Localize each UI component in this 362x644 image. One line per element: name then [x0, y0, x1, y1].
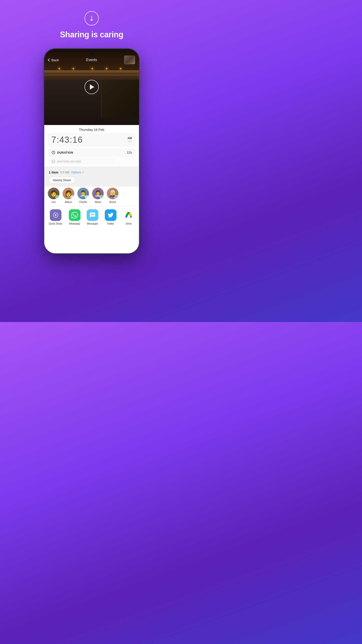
avatar-aimee: 👩‍🦳 [107, 188, 118, 199]
messages-icon-svg [89, 212, 96, 218]
headline: Sharing is caring [60, 30, 123, 39]
beam-2 [44, 73, 139, 76]
contact-name-aimee: Aimee [109, 200, 116, 203]
ceiling-light-1 [58, 68, 60, 69]
duration-row: DURATION 12s [48, 148, 135, 157]
bar-area [101, 80, 139, 118]
phone-content: Back Events [44, 49, 139, 253]
phone-wrapper: Back Events [43, 48, 140, 254]
motion-label: MOTION SCORE [57, 160, 81, 163]
nav-bar: Back Events [44, 56, 139, 64]
whatsapp-icon-aimee [115, 196, 117, 198]
app-whatsapp[interactable]: Whatsapp [69, 209, 80, 225]
clock-icon [51, 150, 55, 154]
nav-thumb-inner [124, 56, 135, 64]
time-display: 7:43:16 [51, 135, 83, 145]
app-drive[interactable]: Drive [123, 209, 134, 225]
phone-frame: Back Events [43, 48, 140, 254]
motion-row: MOTION SCORE [48, 158, 135, 165]
whatsapp-icon-maria [100, 196, 103, 198]
ampm-stack: AM PM [128, 137, 132, 143]
top-section: Sharing is caring [60, 0, 123, 39]
ceiling-light-4 [106, 68, 107, 69]
contact-name-allison: Allison [65, 200, 72, 203]
drive-icon-svg [125, 212, 132, 218]
share-sheet: 1 item 5.3 MB Options > Nearby Share [44, 166, 139, 186]
share-count: 1 item [49, 170, 58, 174]
contact-allison[interactable]: 👩 Allison [62, 188, 74, 203]
details-section: Thursday 16 Feb 7:43:16 AM PM DURATI [44, 125, 139, 253]
nearby-share-button[interactable]: Nearby Share [49, 176, 75, 184]
svg-marker-3 [55, 214, 56, 216]
contact-maria[interactable]: 👩‍💼 Maria [92, 188, 104, 203]
whatsapp-icon-svg [71, 212, 78, 218]
motion-left: MOTION SCORE [51, 160, 81, 164]
duration-left: DURATION [51, 150, 73, 154]
whatsapp-icon [69, 209, 80, 221]
badge-messages-charlie [85, 195, 89, 199]
download-icon [88, 15, 95, 22]
app-quickshare[interactable]: Quick Share [49, 209, 62, 225]
pm-label: PM [128, 140, 132, 143]
contacts-row: 🧑 Leo 👩 [44, 186, 139, 206]
quickshare-icon-svg [52, 212, 59, 218]
contact-leo[interactable]: 🧑 Leo [48, 188, 59, 203]
drive-icon [123, 209, 134, 221]
contact-charlie[interactable]: 👨‍💼 Charlie [77, 188, 89, 203]
messages-icon-charlie [86, 196, 88, 198]
contact-name-leo: Leo [52, 200, 56, 203]
back-button[interactable]: Back [48, 58, 59, 62]
nav-thumbnail[interactable] [124, 56, 135, 64]
video-section: Back Events [44, 49, 139, 125]
date-display: Thursday 16 Feb [44, 125, 139, 133]
phone-notch [90, 52, 93, 55]
app-twitter[interactable]: Twitter [105, 209, 116, 225]
contact-name-charlie: Charlie [79, 200, 87, 203]
play-button[interactable] [84, 80, 99, 94]
avatar-allison: 👩 [62, 188, 74, 199]
twitter-icon-svg [107, 212, 114, 218]
duration-label: DURATION [57, 151, 73, 154]
app-name-twitter: Twitter [107, 222, 114, 225]
phone-side-button [139, 94, 140, 107]
apps-row: Quick Share Whatsapp [44, 206, 139, 230]
download-circle [84, 11, 99, 26]
app-name-whatsapp: Whatsapp [69, 222, 80, 225]
quickshare-icon [50, 209, 61, 221]
nav-title: Events [86, 58, 97, 62]
contact-aimee[interactable]: 👩‍🦳 Aimee [107, 188, 118, 203]
badge-whatsapp-maria [100, 195, 104, 199]
avatar-leo: 🧑 [48, 188, 59, 199]
play-icon [90, 84, 94, 90]
am-label: AM [128, 137, 132, 140]
messages-icon [87, 209, 98, 221]
badge-whatsapp-leo [55, 195, 59, 199]
motion-icon [51, 160, 55, 164]
contact-name-maria: Maria [95, 200, 101, 203]
badge-messages-allison [70, 195, 74, 199]
app-name-quickshare: Quick Share [49, 222, 62, 225]
back-chevron-icon [48, 58, 51, 62]
messages-icon-small [71, 196, 73, 198]
app-messages[interactable]: Messages [87, 209, 98, 225]
time-card: 7:43:16 AM PM [48, 133, 135, 147]
badge-whatsapp-aimee [114, 195, 118, 199]
avatar-maria: 👩‍💼 [92, 188, 104, 199]
twitter-icon [105, 209, 116, 221]
share-info: 1 item 5.3 MB Options > [44, 170, 139, 176]
share-size: 5.3 MB [60, 170, 69, 174]
avatar-charlie: 👨‍💼 [77, 188, 89, 199]
duration-value: 12s [127, 151, 132, 154]
share-options-link[interactable]: Options > [71, 170, 84, 174]
app-name-drive: Drive [126, 222, 132, 225]
beam-1 [44, 70, 139, 73]
ceiling-light-3 [92, 68, 93, 69]
back-label: Back [51, 58, 59, 62]
app-name-messages: Messages [87, 222, 98, 225]
whatsapp-icon-small [56, 196, 58, 198]
